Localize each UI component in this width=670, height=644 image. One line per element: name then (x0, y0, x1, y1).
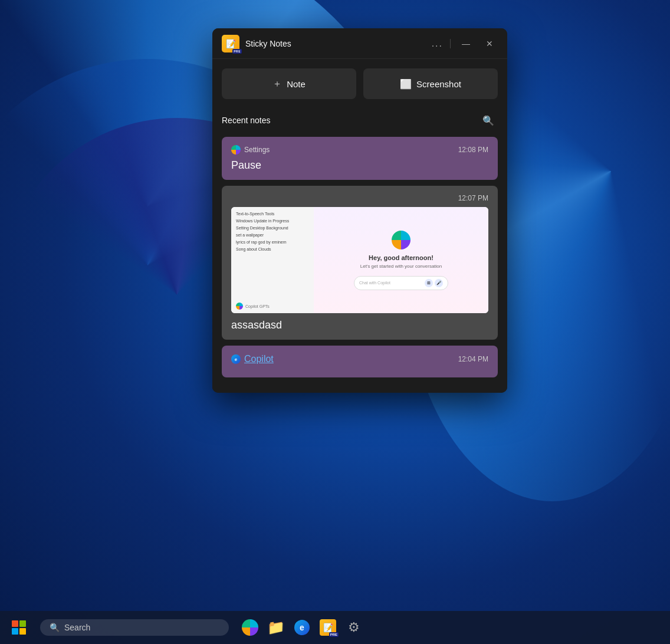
gear-icon: ⚙ (348, 620, 360, 635)
taskbar-search-bar[interactable]: 🔍 Search (40, 619, 229, 636)
search-icon: 🔍 (482, 115, 494, 126)
copilot-footer-logo (236, 303, 243, 310)
note-card-copilot[interactable]: e Copilot 12:04 PM (222, 346, 498, 377)
win-logo-blue (12, 628, 18, 635)
sticky-notes-icon: 📝 PRE (320, 619, 336, 636)
copilot-greeting: Hey, good afternoon! (369, 254, 433, 261)
note-card-header: Settings 12:08 PM (231, 145, 488, 155)
edge-icon: e (294, 620, 310, 635)
copilot-taskbar-button[interactable] (238, 616, 262, 639)
win-logo-red (12, 620, 18, 627)
note-content: assasdasd (231, 319, 488, 331)
sidebar-item-3: Setting Desktop Background (236, 226, 309, 230)
sticky-notes-taskbar-button[interactable]: 📝 PRE (316, 616, 340, 639)
recent-notes-header: Recent notes 🔍 (222, 111, 498, 130)
copilot-input-placeholder: Chat with Copilot (359, 281, 422, 285)
note-card-header: 12:07 PM (231, 194, 488, 202)
win-logo-green (19, 620, 26, 627)
window-titlebar: 📝 PRE Sticky Notes ... — ✕ (212, 28, 507, 59)
copilot-input-btn-1: ⊞ (425, 279, 433, 287)
more-options-button[interactable]: ... (432, 38, 443, 49)
note-card-header: e Copilot 12:04 PM (231, 354, 488, 364)
sidebar-item-1: Text-to-Speech Tools (236, 212, 309, 216)
new-note-label: Note (287, 79, 306, 89)
copilot-subtext: Let's get started with your conversation (360, 264, 442, 269)
settings-taskbar-button[interactable]: ⚙ (342, 616, 366, 639)
file-explorer-taskbar-button[interactable]: 📁 (264, 616, 288, 639)
note-timestamp: 12:08 PM (458, 146, 488, 154)
copilot-icon (242, 619, 258, 636)
note-screenshot-image: Text-to-Speech Tools Windows Update in P… (231, 207, 488, 313)
copilot-input-mini: Chat with Copilot ⊞ 🎤 (354, 276, 448, 290)
copilot-logo-mini (392, 231, 410, 249)
action-buttons: ＋ Note ⬜ Screenshot (222, 68, 498, 99)
window-content: ＋ Note ⬜ Screenshot Recent notes 🔍 Setti… (212, 59, 507, 393)
search-notes-button[interactable]: 🔍 (479, 111, 498, 130)
pre-label: PRE (329, 632, 339, 637)
copilot-footer-text: Copilot GPTs (245, 304, 270, 308)
pre-badge: PRE (232, 49, 242, 54)
app-title: Sticky Notes (245, 39, 432, 48)
minimize-button[interactable]: — (458, 35, 474, 52)
note-card-settings[interactable]: Settings 12:08 PM Pause (222, 137, 498, 180)
start-button[interactable] (7, 616, 31, 639)
recent-notes-title: Recent notes (222, 116, 271, 125)
note-timestamp: 12:07 PM (458, 194, 488, 202)
note-timestamp: 12:04 PM (458, 355, 488, 363)
screenshot-icon: ⬜ (400, 78, 412, 90)
app-icon: 📝 PRE (222, 35, 239, 52)
edge-taskbar-button[interactable]: e (290, 616, 314, 639)
sidebar-item-4: set a wallpaper (236, 233, 309, 237)
note-source: e Copilot (231, 354, 274, 364)
sidebar-item-2: Windows Update in Progress (236, 219, 309, 223)
search-label: Search (64, 623, 90, 632)
copilot-input-btn-2: 🎤 (435, 279, 443, 287)
taskbar: 🔍 Search 📁 e 📝 PRE ⚙ (0, 611, 670, 644)
sidebar-item-6: Song about Clouds (236, 247, 309, 251)
sidebar-item-5: lyrics of rap god by eminem (236, 240, 309, 244)
settings-source-icon (231, 145, 241, 155)
plus-icon: ＋ (272, 78, 282, 90)
titlebar-controls: ... — ✕ (432, 35, 498, 52)
note-source: Settings (231, 145, 270, 155)
screenshot-label: Screenshot (416, 79, 461, 89)
note-card-screenshot[interactable]: 12:07 PM Text-to-Speech Tools Windows Up… (222, 186, 498, 340)
note-content: Pause (231, 159, 488, 172)
close-button[interactable]: ✕ (481, 35, 498, 52)
sticky-notes-window: 📝 PRE Sticky Notes ... — ✕ ＋ Note ⬜ Scre… (212, 28, 507, 393)
folder-icon: 📁 (267, 619, 285, 636)
win-logo-yellow (19, 628, 26, 635)
windows-logo (12, 620, 26, 635)
edge-source-icon: e (231, 354, 241, 364)
note-source-name: Copilot (244, 354, 274, 364)
search-icon: 🔍 (50, 623, 60, 632)
copilot-input-icons: ⊞ 🎤 (425, 279, 443, 287)
screenshot-button[interactable]: ⬜ Screenshot (363, 68, 498, 99)
note-source-name: Settings (244, 146, 270, 154)
new-note-button[interactable]: ＋ Note (222, 68, 356, 99)
taskbar-icons: 📁 e 📝 PRE ⚙ (238, 616, 366, 639)
titlebar-divider (450, 39, 451, 48)
